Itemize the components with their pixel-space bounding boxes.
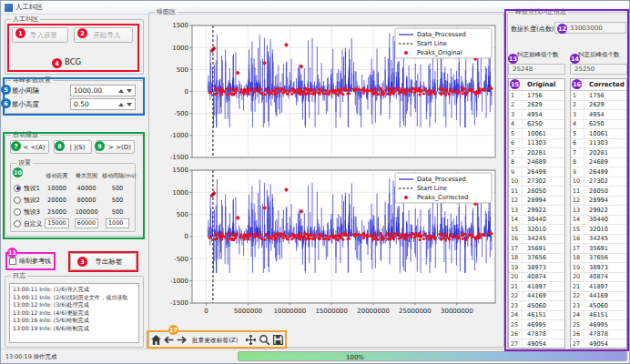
- annotation-badge-11: 11: [7, 248, 17, 258]
- table-row[interactable]: 2647878: [509, 330, 564, 340]
- spin-up-icon[interactable]: [118, 103, 124, 106]
- radio-icon[interactable]: [14, 220, 21, 228]
- table-row[interactable]: 1430440: [509, 216, 564, 226]
- table-row[interactable]: 824689: [571, 158, 626, 168]
- after-count-label: 纠正后峰值个数: [578, 51, 620, 59]
- corrected-peaks-table[interactable]: Corrected1175622629349544625051006161130…: [570, 78, 627, 349]
- batch-edit-labels-button[interactable]: 批量更改标签(Z): [188, 333, 241, 347]
- table-row[interactable]: 1837656: [571, 254, 626, 264]
- table-row[interactable]: 1430440: [571, 216, 626, 226]
- table-row[interactable]: 2345060: [571, 301, 626, 311]
- peak-value: 35691: [584, 245, 626, 252]
- reference-line-checkbox[interactable]: [9, 258, 16, 265]
- radio-icon[interactable]: [14, 185, 21, 192]
- custom-value-input[interactable]: 15000: [45, 218, 68, 228]
- table-row[interactable]: 611303: [571, 139, 626, 149]
- preset-radio-option[interactable]: 预设3: [11, 207, 43, 217]
- preset-value: 40000: [71, 185, 102, 192]
- annotation-badge-12: 12: [557, 24, 567, 34]
- table-row[interactable]: 1532010: [509, 225, 564, 235]
- radio-icon[interactable]: [14, 208, 21, 216]
- table-row[interactable]: 2647878: [571, 330, 626, 340]
- table-row[interactable]: 926499: [571, 167, 626, 177]
- table-row[interactable]: 1532010: [571, 225, 626, 235]
- table-row[interactable]: 22629: [571, 101, 626, 111]
- row-index: 21: [509, 282, 523, 291]
- table-row[interactable]: 1228994: [571, 197, 626, 207]
- chart-bottom-canvas[interactable]: -1500-1000-50005001000150005000000100000…: [154, 165, 500, 325]
- table-row[interactable]: 2345060: [509, 301, 564, 311]
- table-row[interactable]: 1837656: [509, 254, 564, 264]
- preset-radio-option[interactable]: 预设1: [11, 184, 43, 193]
- peak-value: 38973: [523, 264, 564, 271]
- table-row[interactable]: 510061: [509, 129, 564, 139]
- table-row[interactable]: 2244169: [509, 292, 564, 302]
- table-row[interactable]: 1128050: [571, 187, 626, 197]
- table-row[interactable]: 11756: [571, 91, 626, 101]
- table-row[interactable]: 46250: [571, 120, 626, 130]
- peak-value: 2629: [523, 101, 564, 108]
- table-row[interactable]: 1329922: [571, 206, 626, 216]
- peak-value: 26499: [523, 168, 564, 176]
- table-row[interactable]: 46250: [509, 120, 564, 130]
- preset-radio-option[interactable]: 自定义: [11, 219, 43, 228]
- table-row[interactable]: 2749054: [509, 339, 564, 349]
- table-row[interactable]: 34954: [571, 110, 626, 120]
- table-row[interactable]: 1634245: [509, 235, 564, 245]
- table-row[interactable]: 1027302: [509, 177, 564, 187]
- table-row[interactable]: 1938973: [571, 263, 626, 273]
- back-arrow-icon[interactable]: [163, 334, 175, 346]
- spinbox-arrows[interactable]: [118, 89, 135, 93]
- save-icon[interactable]: [272, 334, 284, 346]
- table-row[interactable]: 926499: [509, 167, 564, 177]
- svg-text:Start Line: Start Line: [417, 185, 447, 192]
- min-interval-spinbox[interactable]: 1000.00: [70, 85, 136, 96]
- table-row[interactable]: 2546995: [509, 320, 564, 330]
- pan-icon[interactable]: [245, 334, 257, 346]
- table-row[interactable]: 824689: [509, 158, 564, 168]
- row-index: 15: [571, 225, 584, 234]
- peak-value: 45060: [584, 302, 626, 309]
- table-row[interactable]: 1735691: [571, 244, 626, 254]
- table-row[interactable]: 2446151: [571, 311, 626, 321]
- custom-value-input[interactable]: 60000: [75, 218, 98, 228]
- table-row[interactable]: 2040874: [571, 273, 626, 283]
- home-icon[interactable]: [150, 334, 162, 346]
- spin-down-icon[interactable]: [127, 103, 132, 106]
- forward-arrow-icon[interactable]: [176, 334, 188, 346]
- table-row[interactable]: 1128050: [509, 187, 564, 197]
- table-row[interactable]: 1329922: [509, 206, 564, 216]
- spin-down-icon[interactable]: [127, 89, 132, 93]
- table-row[interactable]: 11756: [509, 91, 564, 101]
- radio-icon[interactable]: [14, 197, 21, 204]
- table-row[interactable]: 2446151: [509, 311, 564, 321]
- table-row[interactable]: 1027302: [571, 177, 626, 187]
- table-row[interactable]: 2244169: [571, 292, 626, 302]
- table-row[interactable]: 510061: [571, 129, 626, 139]
- table-row[interactable]: 1938973: [509, 263, 564, 273]
- table-row[interactable]: 1228994: [509, 197, 564, 207]
- chart-top-canvas[interactable]: -1500-1000-500050010001500Data_Processed…: [154, 21, 500, 161]
- preset-radio-option[interactable]: 预设2: [11, 196, 43, 205]
- spinbox-arrows[interactable]: [118, 103, 135, 106]
- table-row[interactable]: 2546995: [571, 320, 626, 330]
- table-row[interactable]: 2040874: [509, 273, 564, 283]
- table-row[interactable]: 720281: [509, 148, 564, 158]
- table-row[interactable]: 1634245: [571, 235, 626, 245]
- original-peaks-table[interactable]: Original11756226293495446250510061611303…: [508, 78, 565, 349]
- peak-value: 6250: [523, 120, 564, 127]
- spin-up-icon[interactable]: [118, 89, 124, 93]
- min-height-spinbox[interactable]: 0.50: [70, 98, 136, 110]
- table-row[interactable]: 2141897: [509, 282, 564, 292]
- table-row[interactable]: 720281: [571, 148, 626, 158]
- row-index: 26: [509, 330, 523, 339]
- table-row[interactable]: 2141897: [571, 282, 626, 292]
- table-row[interactable]: 2749054: [571, 339, 626, 349]
- zoom-icon[interactable]: [259, 334, 270, 346]
- table-row[interactable]: 611303: [509, 139, 564, 149]
- log-viewport[interactable]: 13:00:11 Info: (1/6)导入完成13:00:11 Info: (…: [9, 283, 139, 343]
- custom-value-input[interactable]: 1000: [106, 218, 129, 228]
- table-row[interactable]: 22629: [509, 101, 564, 111]
- table-row[interactable]: 1735691: [509, 244, 564, 254]
- table-row[interactable]: 34954: [509, 110, 564, 120]
